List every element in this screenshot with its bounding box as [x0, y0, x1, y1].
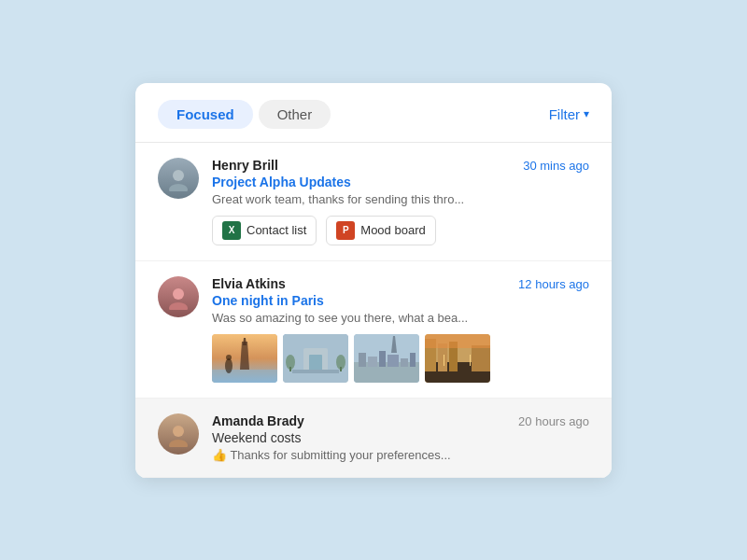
- photo-strip-elvia: [212, 334, 589, 383]
- svg-point-3: [169, 302, 188, 310]
- email-subject-henry: Project Alpha Updates: [212, 175, 589, 189]
- svg-point-8: [225, 358, 233, 373]
- email-subject-amanda: Weekend costs: [212, 430, 589, 445]
- tabs-row: Focused Other Filter ▾: [135, 83, 612, 143]
- ppt-icon: P: [336, 221, 355, 240]
- svg-rect-13: [292, 370, 339, 373]
- email-time-elvia: 12 hours ago: [518, 277, 589, 291]
- email-subject-elvia: One night in Paris: [212, 293, 589, 308]
- svg-rect-12: [309, 355, 322, 371]
- svg-point-1: [169, 184, 188, 191]
- photo-thumb-3[interactable]: [354, 334, 419, 383]
- email-content-amanda: Amanda Brady 20 hours ago Weekend costs …: [212, 413, 589, 462]
- filter-label: Filter: [549, 106, 580, 122]
- email-preview-henry: Great work team, thanks for sending this…: [212, 192, 589, 206]
- avatar-amanda: [158, 413, 199, 455]
- email-card: Focused Other Filter ▾ Henry Brill 30 mi…: [135, 83, 612, 478]
- email-header-amanda: Amanda Brady 20 hours ago: [212, 413, 589, 428]
- photo-thumb-1[interactable]: [212, 334, 277, 383]
- email-header-elvia: Elvia Atkins 12 hours ago: [212, 276, 589, 291]
- photo-thumb-2[interactable]: [283, 334, 348, 383]
- email-header-henry: Henry Brill 30 mins ago: [212, 158, 589, 173]
- email-time-amanda: 20 hours ago: [518, 414, 589, 428]
- tabs-group: Focused Other: [158, 100, 549, 129]
- svg-point-2: [173, 288, 184, 300]
- svg-rect-21: [368, 357, 377, 367]
- email-item-elvia[interactable]: Elvia Atkins 12 hours ago One night in P…: [135, 261, 612, 399]
- tab-focused[interactable]: Focused: [158, 100, 253, 129]
- email-preview-elvia: Was so amazing to see you there, what a …: [212, 311, 589, 325]
- svg-rect-16: [289, 367, 291, 371]
- email-time-henry: 30 mins ago: [523, 159, 589, 173]
- email-content-elvia: Elvia Atkins 12 hours ago One night in P…: [212, 276, 589, 383]
- svg-point-36: [173, 426, 184, 437]
- svg-point-9: [226, 355, 232, 360]
- email-content-henry: Henry Brill 30 mins ago Project Alpha Up…: [212, 158, 589, 245]
- svg-rect-5: [212, 370, 277, 383]
- svg-rect-32: [472, 345, 490, 371]
- attachment-mood-board[interactable]: P Mood board: [326, 216, 435, 245]
- svg-rect-25: [410, 353, 416, 367]
- filter-button[interactable]: Filter ▾: [549, 106, 589, 122]
- photo-thumb-4[interactable]: [425, 334, 490, 383]
- svg-rect-23: [388, 355, 399, 367]
- svg-rect-35: [425, 334, 490, 348]
- avatar-henry: [158, 158, 199, 199]
- svg-rect-22: [379, 351, 386, 367]
- sender-name-amanda: Amanda Brady: [212, 413, 304, 428]
- svg-rect-33: [444, 355, 444, 366]
- attachment-contact-list[interactable]: X Contact list: [212, 216, 317, 245]
- attachment-name-mood: Mood board: [360, 223, 425, 237]
- svg-rect-20: [359, 353, 366, 367]
- svg-rect-17: [340, 367, 342, 371]
- tab-other[interactable]: Other: [259, 100, 331, 129]
- sender-name-elvia: Elvia Atkins: [212, 276, 286, 291]
- svg-point-37: [169, 440, 188, 447]
- avatar-elvia: [158, 276, 199, 317]
- email-item-amanda[interactable]: Amanda Brady 20 hours ago Weekend costs …: [135, 399, 612, 478]
- svg-point-0: [173, 170, 184, 181]
- attachments-henry: X Contact list P Mood board: [212, 216, 589, 245]
- svg-rect-34: [470, 355, 471, 366]
- email-preview-amanda: 👍 Thanks for submitting your preferences…: [212, 448, 589, 462]
- excel-icon: X: [222, 221, 241, 240]
- attachment-name-contact: Contact list: [247, 223, 306, 237]
- email-item-henry[interactable]: Henry Brill 30 mins ago Project Alpha Up…: [135, 143, 612, 261]
- svg-rect-24: [401, 358, 408, 367]
- sender-name-henry: Henry Brill: [212, 158, 278, 173]
- chevron-down-icon: ▾: [584, 107, 589, 120]
